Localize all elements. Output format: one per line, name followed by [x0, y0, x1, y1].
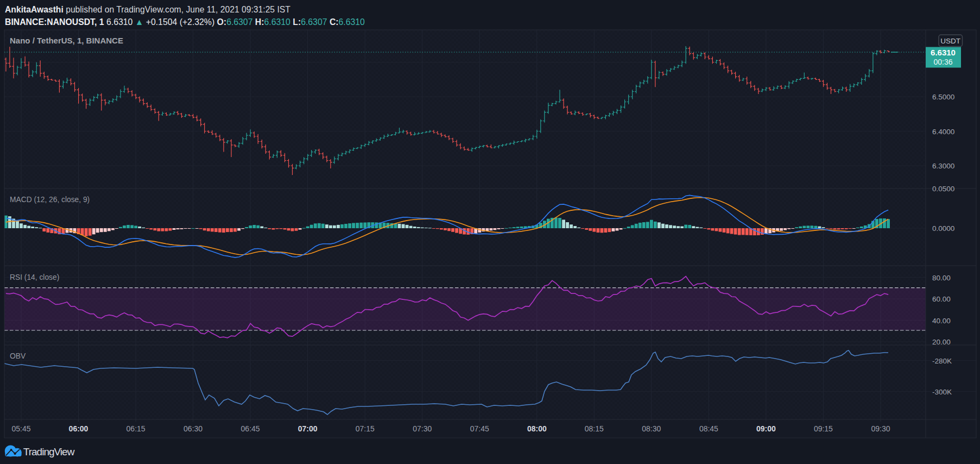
svg-text:6.3000: 6.3000 — [932, 162, 954, 170]
svg-text:6.6310: 6.6310 — [931, 48, 956, 57]
svg-text:BINANCE:NANOUSDT, 1 6.6310 ▲ +: BINANCE:NANOUSDT, 1 6.6310 ▲ +0.1504 (+2… — [5, 17, 365, 27]
svg-text:USDT: USDT — [940, 37, 960, 45]
svg-text:0.0000: 0.0000 — [932, 224, 954, 233]
svg-text:6.4000: 6.4000 — [932, 128, 954, 136]
svg-text:09:00: 09:00 — [756, 424, 776, 433]
svg-text:07:00: 07:00 — [298, 424, 318, 433]
svg-text:Nano / TetherUS, 1, BINANCE: Nano / TetherUS, 1, BINANCE — [10, 36, 123, 45]
svg-text:-300K: -300K — [932, 388, 952, 396]
svg-text:MACD (12, 26, close, 9): MACD (12, 26, close, 9) — [10, 196, 90, 204]
svg-text:05:45: 05:45 — [11, 424, 30, 433]
svg-text:08:00: 08:00 — [527, 424, 547, 433]
svg-text:RSI (14, close): RSI (14, close) — [10, 273, 59, 281]
svg-text:06:45: 06:45 — [241, 424, 260, 433]
svg-text:06:30: 06:30 — [184, 424, 203, 433]
svg-text:OBV: OBV — [10, 352, 26, 360]
svg-text:07:15: 07:15 — [356, 424, 375, 433]
svg-text:08:15: 08:15 — [585, 424, 604, 433]
svg-text:0.0500: 0.0500 — [932, 185, 954, 193]
svg-text:6.5000: 6.5000 — [932, 93, 954, 101]
svg-text:06:15: 06:15 — [127, 424, 146, 433]
svg-text:20.00: 20.00 — [932, 338, 951, 346]
svg-text:TradingView: TradingView — [23, 446, 75, 457]
svg-text:06:00: 06:00 — [69, 424, 88, 433]
svg-text:00:36: 00:36 — [933, 58, 952, 66]
svg-text:40.00: 40.00 — [932, 317, 951, 325]
svg-text:09:15: 09:15 — [814, 424, 833, 433]
svg-text:08:30: 08:30 — [642, 424, 661, 433]
svg-text:-280K: -280K — [932, 357, 952, 365]
svg-text:08:45: 08:45 — [699, 424, 718, 433]
svg-text:80.00: 80.00 — [932, 274, 951, 282]
svg-text:07:45: 07:45 — [470, 424, 489, 433]
svg-text:09:30: 09:30 — [871, 424, 890, 433]
svg-text:AnkitaAwasthi published on Tra: AnkitaAwasthi published on TradingView.c… — [5, 5, 290, 14]
svg-text:60.00: 60.00 — [932, 295, 951, 303]
svg-text:07:30: 07:30 — [413, 424, 432, 433]
